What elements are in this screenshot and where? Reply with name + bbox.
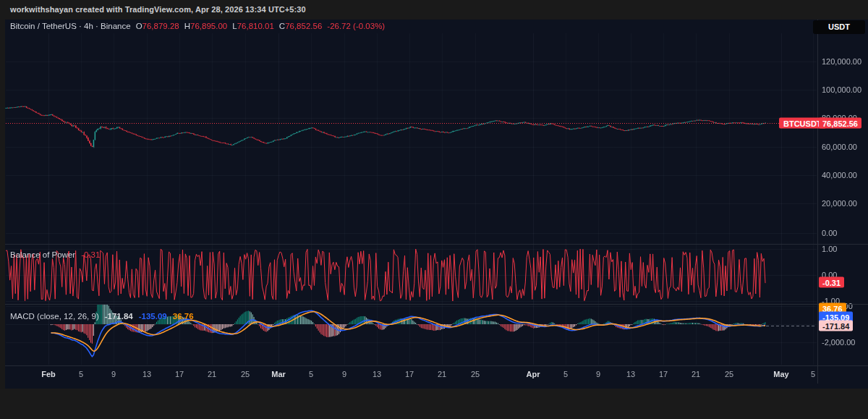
last-price-badge: 76,852.56 (819, 118, 861, 129)
pane-separator-macd[interactable] (5, 304, 868, 305)
macd-value: 36.76 (173, 312, 194, 321)
ohlc-letter: O (136, 22, 142, 30)
time-tick-label: 21 (208, 370, 216, 378)
symbol-status-line: Bitcoin / TetherUS · 4h · BinanceO76,879… (10, 22, 385, 30)
currency-toggle-button[interactable]: USDT (813, 20, 865, 34)
bop-title[interactable]: Balance of Power (10, 250, 75, 259)
ohlc-value: 76,879.28 (142, 22, 179, 30)
ohlc-values: O76,879.28H76,895.00L76,810.01C76,852.56 (131, 22, 323, 30)
time-tick-label: 25 (725, 370, 733, 378)
ohlc-value: 76,895.00 (190, 22, 227, 30)
price-axis-border (817, 20, 818, 384)
axis-tick-label: 120,000.00 (822, 57, 861, 66)
ohlc-letter: C (279, 22, 285, 30)
macd-value: -135.09 (139, 312, 167, 321)
ohlc-letter: H (184, 22, 190, 30)
symbol-title[interactable]: Bitcoin / TetherUS · 4h · Binance (10, 22, 131, 30)
axis-tick-label: 60,000.00 (822, 143, 857, 151)
axis-tick-label: 1.00 (822, 245, 837, 253)
time-tick-label: 25 (241, 370, 250, 378)
bop-status-line: Balance of Power-0.31 (10, 250, 100, 259)
time-tick-label: 17 (405, 370, 414, 378)
ohlc-value: 76,810.01 (237, 22, 274, 30)
pane-separator-bop[interactable] (5, 244, 868, 245)
axis-tick-label: -2,000.00 (822, 338, 855, 347)
axis-tick-label: 0.00 (822, 229, 837, 237)
bop-value-badge: -0.31 (819, 277, 844, 288)
time-axis-border (5, 365, 868, 366)
time-tick-label: 9 (342, 370, 346, 378)
chart-canvas[interactable] (0, 0, 868, 419)
time-tick-label: 13 (373, 370, 381, 378)
axis-tick-label: 100,000.00 (822, 85, 861, 94)
time-tick-label: 13 (142, 370, 151, 378)
tradingview-screenshot: workwithshayan created with TradingView.… (0, 0, 868, 419)
time-tick-label: May (773, 370, 788, 378)
time-tick-label: 21 (438, 370, 446, 378)
macd-title[interactable]: MACD (close, 12, 26, 9) (10, 312, 99, 321)
macd-value: -171.84 (105, 312, 133, 321)
axis-tick-label: 40,000.00 (822, 171, 857, 179)
time-tick-label: Apr (527, 370, 540, 378)
time-tick-label: 21 (692, 370, 700, 378)
time-tick-label: 5 (811, 370, 815, 378)
bottom-bar: TradingView (0, 389, 868, 419)
macd-values: -171.84-135.0936.76 (99, 312, 194, 321)
bop-value: -0.31 (81, 250, 100, 259)
time-tick-label: 5 (309, 370, 313, 378)
time-tick-label: 5 (563, 370, 568, 378)
axis-tick-label: 20,000.00 (822, 199, 857, 208)
time-tick-label: Mar (271, 370, 286, 378)
macd-status-line: MACD (close, 12, 26, 9)-171.84-135.0936.… (10, 312, 194, 321)
ohlc-value: 76,852.56 (285, 22, 322, 30)
time-tick-label: 17 (175, 370, 184, 378)
time-tick-label: 25 (471, 370, 480, 378)
change-value: -26.72 (-0.03%) (327, 22, 385, 30)
time-tick-label: 9 (596, 370, 600, 378)
time-tick-label: 9 (111, 370, 116, 378)
macd-hist-badge: -171.84 (819, 321, 853, 331)
time-tick-label: 13 (626, 370, 635, 378)
time-tick-label: 5 (79, 370, 83, 378)
time-tick-label: 17 (659, 370, 668, 378)
time-tick-label: Feb (41, 370, 56, 378)
